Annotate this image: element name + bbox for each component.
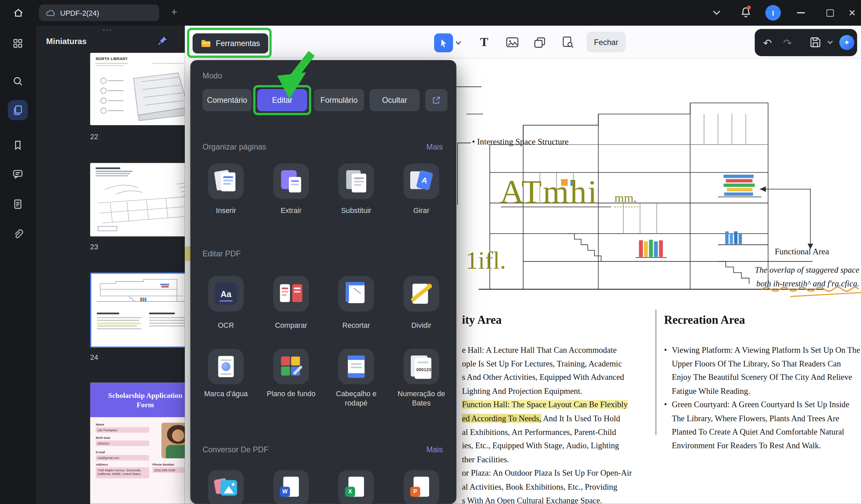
mode-editar-button-active[interactable]: Editar <box>257 89 307 111</box>
tool-inserir[interactable] <box>208 164 244 199</box>
save-options-chevron[interactable] <box>828 39 832 43</box>
rail-comments-button[interactable] <box>8 164 28 184</box>
new-tab-button[interactable]: + <box>167 5 181 19</box>
close-button[interactable]: × <box>844 4 860 21</box>
search-icon <box>12 76 23 87</box>
girar-glyph: A <box>421 176 428 185</box>
tool-converter-word[interactable]: W <box>273 470 309 504</box>
mountain-icon <box>220 480 237 496</box>
mode-comentario-button[interactable]: Comentário <box>203 89 252 111</box>
ferramentas-label: Ferramentas <box>216 39 260 48</box>
ai-assistant-button[interactable] <box>839 35 854 50</box>
bates-glyph: 000123 <box>416 368 432 372</box>
pages-icon <box>12 104 23 115</box>
document-tab[interactable]: UPDF-2(24) <box>39 4 159 21</box>
thumb-23-drawing <box>94 179 185 233</box>
form-field-email-value: Lila@gmail.com <box>96 455 149 461</box>
tool-cabecalho-rodape[interactable] <box>338 349 374 384</box>
left-column-heading: ity Area <box>462 313 502 327</box>
form-field-email-label: E-mail <box>96 451 105 454</box>
thumbnail-page-23[interactable] <box>90 163 185 236</box>
tool-extrair[interactable] <box>273 164 309 199</box>
highlight-sliver <box>185 246 190 261</box>
tool-numeracao-bates-label: Numeração de Bates <box>390 389 453 408</box>
page-number-24: 24 <box>90 353 98 362</box>
tool-ocr[interactable]: Aa <box>208 276 244 312</box>
home-icon <box>13 8 24 18</box>
tool-girar[interactable]: A <box>404 164 439 199</box>
tool-plano-de-fundo[interactable] <box>273 349 309 384</box>
tool-converter-ppt[interactable]: P <box>404 470 439 504</box>
page-stack-tool[interactable] <box>530 32 550 52</box>
panel-drag-handle[interactable]: ••• <box>103 28 112 33</box>
tool-marca-dagua[interactable] <box>208 349 244 384</box>
updf-window: • Interesting Space Structure ATmhi mm, … <box>0 0 861 504</box>
redo-button[interactable]: ↷ <box>780 36 794 50</box>
word-glyph: W <box>282 489 288 495</box>
bookmark-icon <box>12 140 23 151</box>
page-22-menu[interactable]: ••• <box>184 132 185 139</box>
tab-title: UPDF-2(24) <box>60 9 99 17</box>
select-tool-chevron[interactable] <box>456 40 461 44</box>
tool-numeracao-bates[interactable]: 000123 <box>404 349 439 384</box>
tool-recortar[interactable] <box>338 276 374 312</box>
bullet-dot: • <box>664 398 667 411</box>
bullet-dot: • <box>664 343 667 357</box>
conversor-mais-link[interactable]: Mais <box>426 445 443 454</box>
rail-thumbnails-button-active[interactable] <box>8 100 28 120</box>
ai-sparkle-icon <box>843 38 851 47</box>
column-divider <box>656 310 656 435</box>
image-icon <box>506 37 518 48</box>
form-photo <box>161 423 185 459</box>
rail-apps-button[interactable] <box>8 33 28 53</box>
tool-dividir[interactable] <box>404 276 439 312</box>
tool-comparar[interactable] <box>273 276 309 312</box>
form-title: Scholarship Application Form <box>105 391 185 409</box>
page-search-tool[interactable] <box>558 32 578 52</box>
rail-bookmarks-button[interactable] <box>8 135 28 155</box>
minimize-button[interactable] <box>793 4 809 21</box>
conversor-pdf-label: Conversor De PDF <box>203 445 269 454</box>
tool-converter-imagem[interactable] <box>208 470 244 504</box>
tool-recortar-label: Recortar <box>325 320 387 330</box>
rail-search-button[interactable] <box>8 71 28 91</box>
rail-document-button[interactable] <box>8 194 28 214</box>
space-structure-annotation: • Interesting Space Structure <box>472 137 569 147</box>
undo-button[interactable]: ↶ <box>760 36 775 50</box>
home-button[interactable] <box>8 4 29 21</box>
tool-substituir-label: Substituir <box>325 206 387 215</box>
right-column-heading: Recreation Area <box>664 313 745 327</box>
titlebar-chevron[interactable] <box>714 9 719 14</box>
tool-plano-de-fundo-label: Plano de fundo <box>260 389 322 398</box>
save-button[interactable] <box>809 36 822 51</box>
tool-converter-excel[interactable]: X <box>338 470 374 504</box>
thumbnail-page-22[interactable]: NORTH LIBRARY <box>90 53 185 125</box>
organizar-mais-link[interactable]: Mais <box>426 142 443 152</box>
notifications-button[interactable] <box>740 6 752 21</box>
select-tool[interactable] <box>434 33 453 52</box>
thumbnail-page-24-selected[interactable] <box>90 273 185 348</box>
avatar[interactable]: I <box>765 5 781 21</box>
mode-formulario-button[interactable]: Formulário <box>314 89 364 111</box>
form-field-birthdate-value: 5/9/2010 <box>96 440 149 446</box>
save-icon <box>809 36 822 48</box>
notification-dot <box>747 6 751 10</box>
fechar-button[interactable]: Fechar <box>586 32 626 52</box>
ferramentas-button[interactable]: Ferramentas <box>193 33 269 53</box>
bullet-dot: • <box>472 137 477 146</box>
tool-cabecalho-rodape-label: Cabeçalho e rodapé <box>325 389 387 408</box>
pin-panel-button[interactable] <box>157 35 168 48</box>
tool-substituir[interactable] <box>338 164 374 199</box>
mode-ocultar-button[interactable]: Ocultar <box>370 89 420 111</box>
right-column-bullet-2: •Green Courtyard: A Green Courtyard Is S… <box>664 398 861 452</box>
open-in-window-button[interactable] <box>425 89 448 111</box>
grid-icon <box>12 38 23 49</box>
rail-attachments-button[interactable] <box>8 224 28 244</box>
maximize-button[interactable] <box>822 4 838 21</box>
fechar-label: Fechar <box>594 37 618 46</box>
page-23-menu[interactable]: ••• <box>184 243 185 249</box>
page-24-menu[interactable]: ••• <box>184 353 185 360</box>
image-tool[interactable] <box>502 32 522 52</box>
text-tool[interactable]: T <box>474 32 494 52</box>
thumbnail-form-page[interactable]: Scholarship Application Form Name Lila T… <box>90 383 185 504</box>
